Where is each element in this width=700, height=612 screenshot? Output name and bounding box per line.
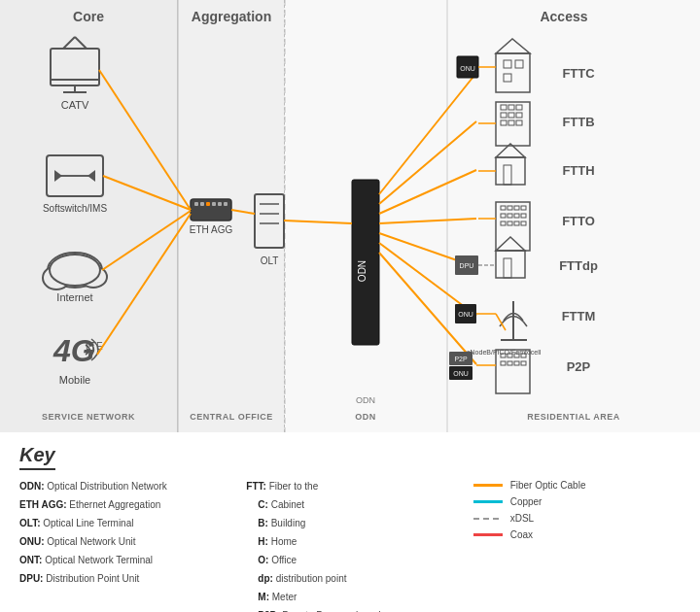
key-item-odn: ODN: Optical Distribution Network [19, 480, 227, 493]
svg-text:FTTO: FTTO [562, 214, 595, 228]
key-desc-onu: Optical Network Unit [47, 536, 135, 547]
svg-line-49 [284, 221, 352, 223]
svg-text:RESIDENTIAL AREA: RESIDENTIAL AREA [527, 412, 620, 422]
svg-rect-34 [224, 202, 228, 206]
key-ftt-m-code: M: [258, 592, 269, 602]
svg-rect-62 [504, 74, 511, 82]
svg-rect-92 [501, 221, 506, 225]
svg-rect-61 [515, 60, 523, 68]
svg-rect-123 [508, 361, 512, 365]
svg-rect-70 [501, 113, 507, 118]
key-term-olt: OLT: [19, 518, 40, 528]
svg-rect-74 [508, 120, 514, 125]
svg-text:CENTRAL OFFICE: CENTRAL OFFICE [190, 412, 272, 422]
key-ftt-dp-code: dp: [258, 573, 273, 584]
key-ftt-b-code: B: [258, 518, 268, 528]
key-ftt-h-desc: Home [271, 536, 298, 547]
svg-line-46 [102, 211, 191, 270]
svg-rect-36 [255, 194, 284, 248]
key-ftt-subtitle: Fiber to the [269, 481, 319, 492]
key-term-ethagg: ETH AGG: [19, 499, 67, 510]
key-col-definitions: ODN: Optical Distribution Network ETH AG… [19, 480, 227, 612]
key-title: Key [19, 444, 55, 470]
legend-coax-line [473, 533, 503, 536]
key-ftt-dp: dp: distribution point [246, 572, 453, 586]
key-content: ODN: Optical Distribution Network ETH AG… [19, 480, 681, 612]
key-item-ethagg: ETH AGG: Ethernet Aggregation [19, 498, 227, 512]
key-section: Key ODN: Optical Distribution Network ET… [0, 432, 700, 612]
svg-text:ONU: ONU [453, 370, 469, 377]
svg-text:Internet: Internet [56, 291, 92, 303]
svg-rect-86 [514, 206, 519, 210]
key-ftt-title: FTT: Fiber to the [246, 480, 453, 493]
svg-rect-72 [516, 113, 522, 118]
svg-text:ODN: ODN [355, 412, 376, 422]
svg-rect-125 [521, 361, 526, 365]
svg-text:FTTH: FTTH [562, 163, 594, 178]
svg-text:FTTC: FTTC [562, 66, 595, 81]
legend-xdsl-line [473, 518, 503, 520]
svg-text:FTTB: FTTB [562, 115, 594, 129]
svg-rect-60 [504, 60, 511, 68]
key-ftt-o-code: O: [258, 555, 268, 565]
svg-rect-102 [504, 258, 511, 278]
svg-rect-75 [516, 120, 522, 125]
svg-rect-85 [508, 206, 512, 210]
svg-rect-29 [194, 202, 198, 206]
key-col-legend: Fiber Optic Cable Copper xDSL Coax [473, 480, 681, 612]
svg-text:P2P: P2P [454, 356, 468, 362]
svg-rect-33 [218, 202, 222, 206]
svg-marker-18 [88, 170, 95, 182]
key-ftt-b-desc: Building [271, 518, 306, 528]
key-ftt-b: B: Building [246, 517, 453, 530]
svg-rect-78 [496, 157, 525, 185]
key-desc-olt: Optical Line Terminal [43, 518, 133, 528]
legend-fiber-label: Fiber Optic Cable [510, 480, 586, 491]
svg-rect-88 [501, 214, 506, 218]
svg-line-11 [63, 37, 75, 49]
key-desc-ont: Optical Network Terminal [45, 555, 153, 565]
svg-rect-30 [200, 202, 204, 206]
svg-rect-59 [496, 53, 530, 92]
key-ftt-o: O: Office [246, 554, 453, 567]
key-ftt-m: M: Meter [246, 591, 453, 604]
legend-xdsl: xDSL [473, 513, 681, 524]
svg-rect-67 [501, 105, 507, 110]
legend-fiber: Fiber Optic Cable [473, 480, 681, 491]
legend-copper-line [473, 500, 503, 503]
svg-rect-80 [504, 165, 511, 185]
svg-line-12 [75, 37, 87, 49]
svg-rect-89 [508, 214, 512, 218]
svg-text:SERVICE NETWORK: SERVICE NETWORK [42, 412, 135, 422]
svg-line-47 [97, 214, 191, 355]
svg-line-111 [496, 314, 506, 330]
key-ftt-h: H: Home [246, 535, 453, 549]
core-header: Core [73, 9, 104, 24]
svg-rect-87 [521, 206, 526, 210]
svg-rect-122 [501, 361, 506, 365]
svg-rect-31 [206, 202, 210, 206]
svg-rect-93 [508, 221, 512, 225]
svg-text:FTTM: FTTM [562, 309, 596, 323]
legend-coax-label: Coax [510, 529, 533, 540]
key-desc-dpu: Distribution Point Unit [46, 573, 139, 584]
legend-fiber-line [473, 484, 503, 487]
svg-line-48 [231, 210, 255, 214]
svg-rect-84 [501, 206, 506, 210]
svg-rect-91 [521, 214, 526, 218]
aggregation-header: Aggregation [192, 9, 271, 24]
network-diagram: Core Aggregation Access SERVICE NETWORK … [0, 0, 700, 432]
key-col-ftt: FTT: Fiber to the C: Cabinet B: Building… [246, 480, 453, 612]
key-desc-odn: Optical Distribution Network [47, 481, 166, 492]
key-term-ont: ONT: [19, 555, 42, 565]
key-ftt-dp-desc: distribution point [276, 573, 347, 584]
network-svg: Core Aggregation Access SERVICE NETWORK … [0, 0, 700, 432]
svg-rect-71 [508, 113, 514, 118]
svg-marker-101 [496, 237, 525, 251]
svg-text:ODN: ODN [356, 395, 375, 405]
legend-copper-label: Copper [510, 496, 542, 507]
key-desc-ethagg: Ethernet Aggregation [69, 499, 160, 510]
key-ftt-c: C: Cabinet [246, 498, 453, 512]
svg-rect-73 [501, 120, 507, 125]
svg-rect-124 [514, 361, 519, 365]
